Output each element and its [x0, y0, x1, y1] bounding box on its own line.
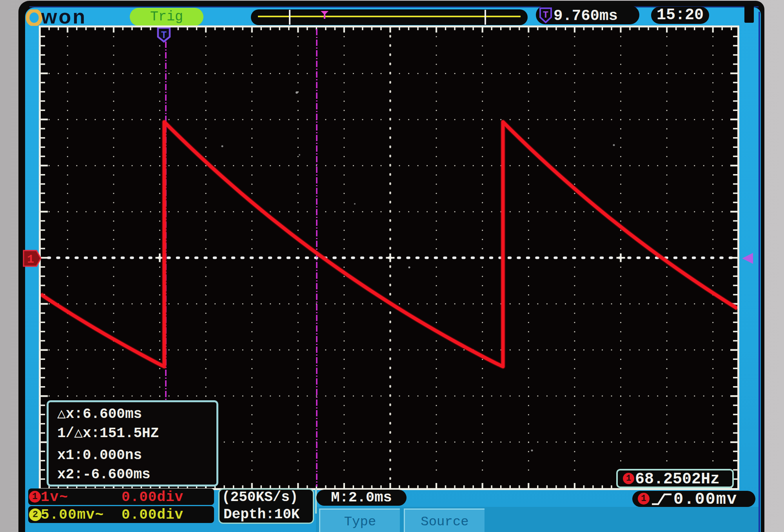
svg-text:T: T	[543, 10, 548, 20]
svg-text:T: T	[161, 30, 167, 41]
svg-text:1: 1	[27, 253, 34, 266]
